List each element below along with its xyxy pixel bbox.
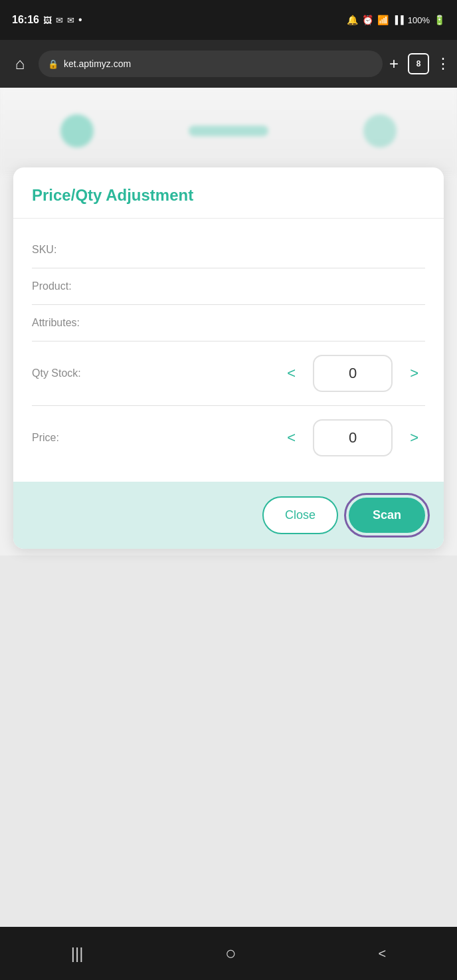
- modal-header: Price/Qty Adjustment: [13, 167, 444, 219]
- url-text: ket.aptimyz.com: [64, 58, 131, 69]
- status-left: 16:16 🖼 ✉ ✉ •: [12, 14, 82, 26]
- price-value: 0: [349, 429, 357, 446]
- status-alarm-icon: 🔔: [347, 15, 358, 25]
- modal-title: Price/Qty Adjustment: [32, 186, 425, 205]
- lock-icon: 🔒: [48, 59, 58, 69]
- scan-button[interactable]: Scan: [349, 498, 425, 533]
- status-time: 16:16: [12, 14, 39, 26]
- qty-stock-input[interactable]: 0: [313, 355, 393, 392]
- blurred-text-1: [189, 126, 268, 136]
- tab-count: 8: [416, 59, 421, 68]
- attributes-field-row: Attributes:: [32, 305, 425, 342]
- android-back-icon[interactable]: <: [379, 946, 387, 961]
- modal-card: Price/Qty Adjustment SKU: Product: Attri…: [13, 167, 444, 549]
- qty-stock-increment[interactable]: >: [403, 362, 425, 385]
- price-row: Price: < 0 >: [32, 406, 425, 463]
- status-signal-icon: ▐▐: [393, 15, 404, 25]
- qty-stock-value: 0: [349, 365, 357, 382]
- android-home-icon[interactable]: ○: [225, 943, 236, 964]
- browser-menu-button[interactable]: ⋮: [436, 55, 449, 72]
- status-wifi-icon: 📶: [377, 15, 389, 25]
- tab-count-button[interactable]: 8: [408, 53, 429, 74]
- close-button[interactable]: Close: [262, 496, 338, 534]
- qty-stock-controls: < 0 >: [151, 355, 425, 392]
- status-right: 🔔 ⏰ 📶 ▐▐ 100% 🔋: [347, 15, 445, 25]
- price-decrement[interactable]: <: [280, 427, 302, 449]
- attributes-label: Attributes:: [32, 317, 80, 328]
- recent-apps-icon[interactable]: |||: [71, 944, 84, 963]
- qty-stock-row: Qty Stock: < 0 >: [32, 342, 425, 406]
- qty-stock-label: Qty Stock:: [32, 367, 151, 379]
- status-media-icon: 🖼: [43, 15, 52, 25]
- product-field-row: Product:: [32, 268, 425, 305]
- url-bar[interactable]: 🔒 ket.aptimyz.com: [39, 50, 383, 77]
- price-controls: < 0 >: [151, 419, 425, 456]
- qty-stock-decrement[interactable]: <: [280, 362, 302, 385]
- status-dot: •: [78, 14, 82, 26]
- price-input[interactable]: 0: [313, 419, 393, 456]
- modal-body: SKU: Product: Attributes: Qty Stock: < 0: [13, 219, 444, 482]
- status-battery-text: 100%: [408, 15, 430, 25]
- blurred-icon-1: [60, 114, 94, 147]
- status-clock-icon: ⏰: [362, 15, 373, 25]
- modal-footer: Close Scan: [13, 482, 444, 549]
- product-label: Product:: [32, 280, 72, 292]
- browser-bar: ⌂ 🔒 ket.aptimyz.com + 8 ⋮: [0, 40, 457, 88]
- new-tab-button[interactable]: +: [389, 54, 399, 73]
- status-msg-icon: ✉: [56, 15, 63, 25]
- price-increment[interactable]: >: [403, 427, 425, 449]
- status-battery-icon: 🔋: [434, 15, 445, 25]
- status-bar: 16:16 🖼 ✉ ✉ • 🔔 ⏰ 📶 ▐▐ 100% 🔋: [0, 0, 457, 40]
- blurred-header: [0, 88, 457, 174]
- android-nav-bar: ||| ○ <: [0, 927, 457, 980]
- price-label: Price:: [32, 432, 151, 444]
- sku-label: SKU:: [32, 244, 56, 255]
- sku-field-row: SKU:: [32, 232, 425, 268]
- bottom-space: [0, 555, 457, 635]
- page-background: Price/Qty Adjustment SKU: Product: Attri…: [0, 88, 457, 635]
- home-button[interactable]: ⌂: [8, 52, 32, 76]
- blurred-icon-2: [363, 114, 397, 147]
- status-msg2-icon: ✉: [67, 15, 74, 25]
- home-icon: ⌂: [15, 54, 25, 73]
